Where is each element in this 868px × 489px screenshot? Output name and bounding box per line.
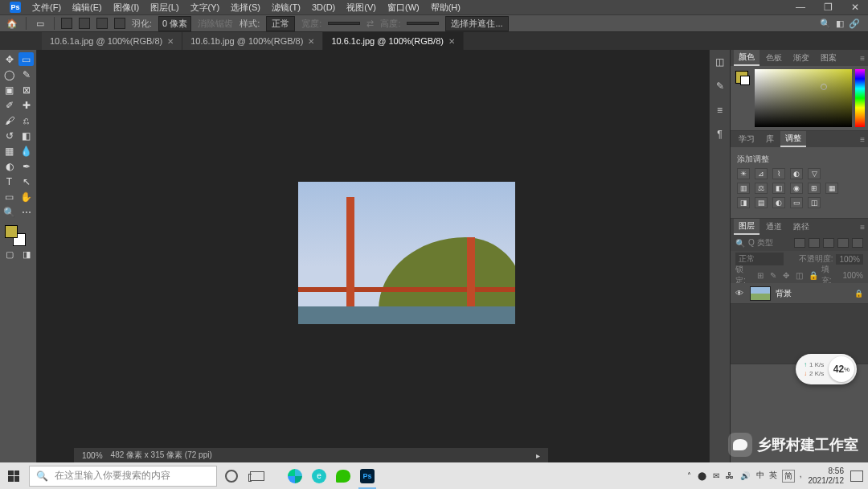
brightness-adjustment-icon[interactable]: ☀ [737, 168, 750, 179]
standard-mode-icon[interactable]: ▢ [2, 248, 17, 261]
dodge-tool-icon[interactable]: ◐ [2, 159, 17, 173]
taskbar-photoshop[interactable]: Ps [355, 462, 379, 489]
tray-network-icon[interactable]: 🖧 [726, 471, 734, 480]
exposure-adjustment-icon[interactable]: ◐ [790, 168, 803, 179]
window-minimize-button[interactable]: — [788, 2, 813, 13]
panel-menu-icon[interactable]: ≡ [860, 223, 865, 232]
menu-layer[interactable]: 图层(L) [145, 0, 183, 15]
threshold-adjustment-icon[interactable]: ◐ [772, 197, 785, 208]
collapsed-panel-icon[interactable]: ≡ [713, 103, 727, 117]
pen-tool-icon[interactable]: ✒ [18, 159, 34, 173]
collapsed-panel-icon[interactable]: ¶ [713, 127, 727, 142]
selectivecolor-adjustment-icon[interactable]: ◫ [808, 197, 821, 208]
select-and-mask-button[interactable]: 选择并遮住... [445, 16, 508, 31]
add-selection-icon[interactable] [79, 18, 90, 29]
invert-adjustment-icon[interactable]: ◨ [737, 197, 750, 208]
layer-name[interactable]: 背景 [776, 288, 792, 299]
fill-input[interactable]: 100% [842, 271, 863, 280]
tray-icon[interactable]: ⬤ [698, 471, 706, 480]
marquee-tool-icon[interactable]: ▭ [33, 17, 47, 30]
cortana-button[interactable] [219, 462, 244, 489]
doc-info[interactable]: 482 像素 x 315 像素 (72 ppi) [111, 450, 212, 461]
start-button[interactable] [0, 462, 27, 489]
colorbalance-adjustment-icon[interactable]: ⚖ [755, 183, 768, 194]
fg-bg-colors[interactable] [2, 224, 34, 246]
tab-adjustments[interactable]: 调整 [780, 131, 806, 147]
home-icon[interactable]: 🏠 [5, 17, 19, 30]
menu-file[interactable]: 文件(F) [27, 0, 66, 15]
menu-3d[interactable]: 3D(D) [307, 1, 340, 14]
zoom-tool-icon[interactable]: 🔍 [2, 205, 17, 219]
bg-swatch[interactable] [740, 76, 750, 85]
lock-transparent-icon[interactable]: ⊞ [757, 271, 767, 279]
feather-input[interactable]: 0 像素 [158, 16, 191, 31]
panel-menu-icon[interactable]: ≡ [860, 135, 865, 144]
path-select-tool-icon[interactable]: ↖ [18, 175, 34, 188]
edit-toolbar-icon[interactable]: ⋯ [18, 205, 34, 219]
history-brush-tool-icon[interactable]: ↺ [2, 129, 17, 142]
channelmixer-adjustment-icon[interactable]: ⊞ [808, 183, 821, 194]
hand-tool-icon[interactable]: ✋ [18, 190, 34, 203]
filter-type-icon[interactable] [823, 238, 834, 248]
taskbar-clock[interactable]: 8:56 2021/2/12 [809, 466, 845, 486]
ime-indicator[interactable]: 中 英 简 , [756, 470, 802, 483]
action-center-icon[interactable] [850, 471, 863, 482]
filter-smart-icon[interactable] [852, 238, 863, 248]
healing-brush-tool-icon[interactable]: ✚ [18, 98, 34, 112]
tab-swatches[interactable]: 色板 [761, 51, 787, 65]
lock-image-icon[interactable]: ✎ [770, 271, 780, 279]
gradientmap-adjustment-icon[interactable]: ▭ [790, 197, 803, 208]
lasso-tool-icon[interactable]: ◯ [2, 68, 17, 81]
new-selection-icon[interactable] [61, 18, 72, 29]
style-select[interactable]: 正常 [266, 16, 295, 31]
close-icon[interactable]: ✕ [167, 37, 174, 46]
menu-window[interactable]: 窗口(W) [383, 0, 424, 15]
menu-edit[interactable]: 编辑(E) [68, 0, 107, 15]
taskbar-wechat[interactable] [331, 462, 355, 489]
visibility-icon[interactable]: 👁 [735, 289, 745, 298]
tab-gradients[interactable]: 渐变 [788, 51, 814, 65]
tab-layers[interactable]: 图层 [734, 219, 760, 235]
layer-thumbnail[interactable] [750, 286, 771, 301]
task-view-button[interactable] [244, 462, 270, 489]
menu-type[interactable]: 文字(Y) [186, 0, 225, 15]
tab-doc-b[interactable]: 10.6.1b.jpg @ 100%(RGB/8)✕ [182, 32, 323, 50]
menu-filter[interactable]: 滤镜(T) [267, 0, 305, 15]
subtract-selection-icon[interactable] [96, 18, 108, 29]
window-close-button[interactable]: ✕ [842, 2, 868, 13]
color-field[interactable] [755, 69, 852, 127]
tab-learn[interactable]: 学习 [734, 132, 760, 146]
tab-doc-a[interactable]: 10.6.1a.jpg @ 100%(RGB/8)✕ [42, 32, 182, 50]
document-canvas[interactable] [298, 182, 515, 324]
clone-stamp-tool-icon[interactable]: ⎌ [18, 113, 34, 127]
lock-position-icon[interactable]: ✥ [783, 271, 792, 279]
tab-doc-c[interactable]: 10.6.1c.jpg @ 100%(RGB/8)✕ [323, 32, 464, 50]
menu-help[interactable]: 帮助(H) [426, 0, 465, 15]
photofilter-adjustment-icon[interactable]: ◉ [790, 183, 803, 194]
search-icon[interactable]: 🔍 [735, 239, 745, 248]
filter-pixel-icon[interactable] [794, 238, 805, 248]
network-speed-pill[interactable]: 1 K/s 2 K/s 42% [796, 354, 857, 384]
tray-chevron-icon[interactable]: ˄ [687, 471, 691, 480]
tab-channels[interactable]: 通道 [761, 220, 787, 234]
quick-select-tool-icon[interactable]: ✎ [18, 68, 34, 81]
canvas-area[interactable]: 100% 482 像素 x 315 像素 (72 ppi) ▸ [37, 50, 709, 462]
tab-color[interactable]: 颜色 [734, 50, 760, 66]
cloud-docs-icon[interactable]: ◧ [836, 18, 844, 29]
taskbar-360browser[interactable]: e [307, 462, 331, 489]
close-icon[interactable]: ✕ [308, 37, 314, 46]
filter-type-select[interactable]: Q 类型 [748, 237, 791, 249]
panel-menu-icon[interactable]: ≡ [860, 54, 865, 63]
tab-paths[interactable]: 路径 [788, 220, 814, 234]
collapsed-panel-icon[interactable]: ✎ [713, 79, 727, 93]
eraser-tool-icon[interactable]: ◧ [18, 129, 34, 142]
opacity-input[interactable]: 100% [836, 254, 863, 265]
curves-adjustment-icon[interactable]: ⌇ [772, 168, 785, 179]
tray-volume-icon[interactable]: 🔊 [740, 471, 750, 480]
filter-adjust-icon[interactable] [809, 238, 820, 248]
lock-artboard-icon[interactable]: ◫ [796, 271, 805, 279]
hue-adjustment-icon[interactable]: ▥ [737, 183, 750, 194]
taskbar-edge[interactable] [283, 462, 307, 489]
window-restore-button[interactable]: ❐ [815, 2, 841, 13]
tray-icon[interactable]: ✉ [713, 471, 719, 480]
